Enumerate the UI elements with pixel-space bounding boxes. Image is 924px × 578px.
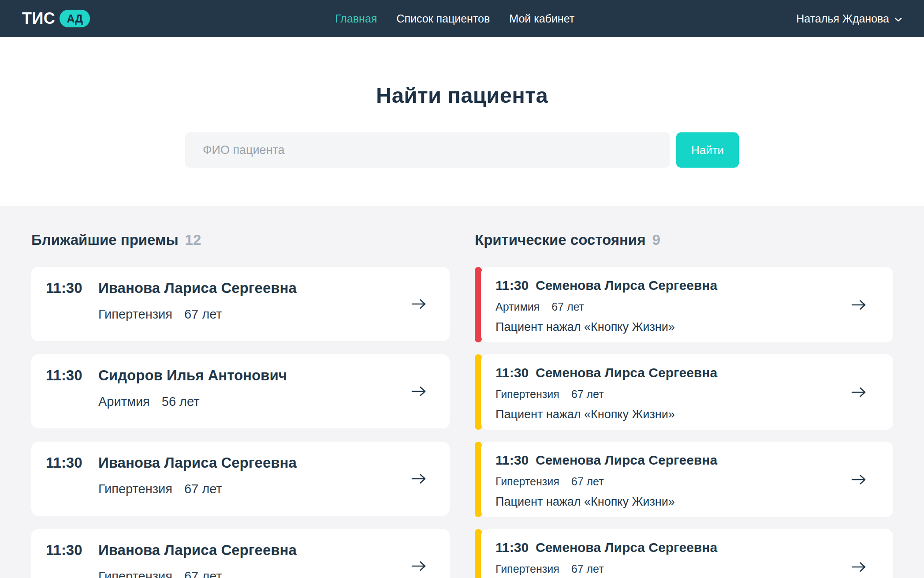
chevron-down-icon <box>894 17 902 22</box>
appointment-time: 11:30 <box>496 278 529 293</box>
patient-age: 67 лет <box>571 563 604 575</box>
patient-age: 67 лет <box>571 388 604 401</box>
appointment-time: 11:30 <box>496 540 529 555</box>
arrow-right-icon[interactable] <box>851 473 867 486</box>
patient-name: Семенова Лирса Сергеевна <box>536 365 717 380</box>
diagnosis: Гипертензия <box>496 475 559 488</box>
patient-age: 67 лет <box>184 307 222 322</box>
critical-header: Критические состояния 9 <box>475 232 893 248</box>
arrow-right-icon[interactable] <box>851 299 867 311</box>
dashboard-lists: Ближайшие приемы 12 11:30 Иванова Лариса… <box>0 206 924 578</box>
critical-note: Пациент нажал «Кнопку Жизни» <box>496 495 840 509</box>
critical-note: Пациент нажал «Кнопку Жизни» <box>496 320 840 334</box>
arrow-right-icon[interactable] <box>411 560 427 572</box>
user-menu[interactable]: Наталья Жданова <box>796 12 902 25</box>
appointment-card[interactable]: 11:30 Иванова Лариса Сергеевна Гипертенз… <box>31 529 450 578</box>
patient-age: 67 лет <box>571 475 604 488</box>
arrow-right-icon[interactable] <box>411 473 427 485</box>
brand-name: ТИС <box>22 9 55 28</box>
arrow-right-icon[interactable] <box>851 386 867 398</box>
critical-count: 9 <box>652 232 660 248</box>
diagnosis: Аритмия <box>98 394 150 409</box>
brand-badge: АД <box>60 10 90 27</box>
brand-logo[interactable]: ТИС АД <box>22 9 90 28</box>
appointment-time: 11:30 <box>496 365 529 380</box>
search-button[interactable]: Найти <box>676 132 739 168</box>
diagnosis: Гипертензия <box>496 388 559 401</box>
patient-name: Иванова Лариса Сергеевна <box>98 454 297 471</box>
appointment-card[interactable]: 11:30 Иванова Лариса Сергеевна Гипертенз… <box>31 442 450 516</box>
appointment-time: 11:30 <box>46 280 98 297</box>
appointment-time: 11:30 <box>46 542 98 559</box>
nav-item-home[interactable]: Главная <box>335 12 377 25</box>
search-hero: Найти пациента Найти <box>0 37 924 206</box>
appointments-count: 12 <box>185 232 201 248</box>
appointment-time: 11:30 <box>496 453 529 468</box>
appointment-time: 11:30 <box>46 454 98 471</box>
diagnosis: Гипертензия <box>98 307 172 322</box>
patient-age: 67 лет <box>551 300 584 313</box>
nav-item-my-office[interactable]: Мой кабинет <box>509 12 574 25</box>
arrow-right-icon[interactable] <box>411 385 427 398</box>
critical-column: Критические состояния 9 11:30 Семенова Л… <box>475 232 893 578</box>
patient-name: Сидоров Илья Антонович <box>98 367 287 384</box>
diagnosis: Гипертензия <box>496 563 559 575</box>
patient-age: 67 лет <box>184 482 222 496</box>
appointment-card[interactable]: 11:30 Иванова Лариса Сергеевна Гипертенз… <box>31 267 450 341</box>
diagnosis: Гипертензия <box>98 482 172 496</box>
patient-name: Иванова Лариса Сергеевна <box>98 280 297 297</box>
patient-name: Семенова Лирса Сергеевна <box>536 453 717 468</box>
top-navbar: ТИС АД Главная Список пациентов Мой каби… <box>0 0 924 37</box>
patient-age: 56 лет <box>162 394 200 409</box>
search-row: Найти <box>0 132 924 168</box>
arrow-right-icon[interactable] <box>411 298 427 310</box>
appointments-title: Ближайшие приемы <box>31 232 179 248</box>
appointment-card[interactable]: 11:30 Сидоров Илья Антонович Аритмия 56 … <box>31 354 450 428</box>
page-title: Найти пациента <box>0 83 924 108</box>
critical-card[interactable]: 11:30 Семенова Лирса Сергеевна Гипертенз… <box>475 529 893 578</box>
main-nav: Главная Список пациентов Мой кабинет <box>335 0 574 37</box>
search-input[interactable] <box>185 132 670 168</box>
critical-card[interactable]: 11:30 Семенова Лирса Сергеевна Гипертенз… <box>475 354 893 430</box>
diagnosis: Артимия <box>496 300 540 313</box>
arrow-right-icon[interactable] <box>851 561 867 573</box>
appointments-column: Ближайшие приемы 12 11:30 Иванова Лариса… <box>31 232 450 578</box>
patient-name: Иванова Лариса Сергеевна <box>98 542 297 559</box>
appointment-time: 11:30 <box>46 367 98 384</box>
critical-card[interactable]: 11:30 Семенова Лирса Сергеевна Гипертенз… <box>475 442 893 517</box>
critical-card[interactable]: 11:30 Семенова Лирса Сергеевна Артимия 6… <box>475 267 893 342</box>
appointments-header: Ближайшие приемы 12 <box>31 232 450 248</box>
diagnosis: Гипертензия <box>98 569 172 578</box>
patient-age: 67 лет <box>184 569 222 578</box>
user-name: Наталья Жданова <box>796 12 889 25</box>
nav-item-patient-list[interactable]: Список пациентов <box>396 12 490 25</box>
critical-note: Пациент нажал «Кнопку Жизни» <box>496 408 840 421</box>
patient-name: Семенова Лирса Сергеевна <box>536 278 717 293</box>
patient-name: Семенова Лирса Сергеевна <box>536 540 717 555</box>
critical-title: Критические состояния <box>475 232 645 248</box>
